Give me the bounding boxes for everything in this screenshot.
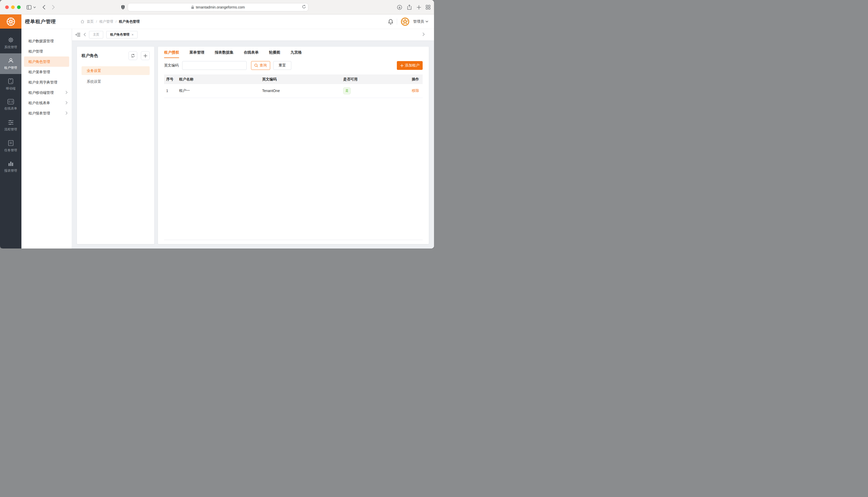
role-item-label: 系统设置 [87,80,101,84]
tab-chip-tenant-role[interactable]: 租户角色管理 × [106,31,138,39]
forward-icon[interactable] [50,4,57,11]
breadcrumb-tenant[interactable]: 租户管理 [99,19,113,24]
sidebar-item-label: 流程管理 [4,127,17,132]
cell-available: 是 [341,84,409,98]
sidebar-toggle-icon[interactable] [25,4,32,11]
menu-item-label: 租户移动端管理 [28,90,54,95]
mobile-icon [8,78,14,84]
breadcrumb-current: 租户角色管理 [119,19,140,24]
avatar[interactable] [401,17,410,26]
menu-item-tenant[interactable]: 租户管理 [22,46,72,56]
menu-item-label: 租户菜单管理 [28,70,50,74]
address-bar[interactable]: tenantadmin.orangeforms.com [128,3,308,11]
add-tenant-label: 添加租户 [405,63,419,68]
browser-window: tenantadmin.orangeforms.com [0,0,434,248]
new-tab-icon[interactable] [415,4,423,11]
sidebar-item-online-form[interactable]: 在线表单 [0,95,22,115]
reset-button-label: 重置 [279,63,286,68]
menu-item-global-dict[interactable]: 租户全局字典管理 [22,77,72,87]
tab-chip-home[interactable]: 主页 [89,31,103,39]
tenant-table: 序号 租户名称 英文编码 是否可用 操作 1 租户一 TenantOne 是 [164,74,423,98]
sidebar-item-label: 移动端 [6,86,16,91]
browser-toolbar: tenantadmin.orangeforms.com [0,0,434,14]
traffic-lights[interactable] [5,5,20,9]
panel-bottom-divider [164,240,423,240]
refresh-button[interactable] [128,51,137,60]
sliders-icon [8,119,14,125]
menu-item-datasource[interactable]: 租户数据源管理 [22,36,72,46]
tab-label: 轮播图 [269,50,280,54]
menu-item-tenant-role[interactable]: 租户角色管理 [24,56,69,67]
user-menu[interactable]: 管理员 [413,19,428,24]
user-icon [8,57,14,64]
menu-item-tenant-menu[interactable]: 租户菜单管理 [22,67,72,77]
chevron-down-icon[interactable] [32,4,37,11]
bell-icon[interactable] [388,19,393,25]
plus-icon [400,64,403,67]
sidebar-item-report[interactable]: 报表管理 [0,156,22,177]
tab-grid-nine[interactable]: 九宫格 [291,50,302,58]
primary-sidebar: 系统管理 租户管理 移动端 在线表单 流程管理 任务管理 报表管理 [0,29,22,248]
tabs-scroll-right-icon[interactable] [423,32,425,36]
menu-item-label: 租户管理 [28,49,43,53]
sidebar-item-label: 系统管理 [4,45,17,49]
tab-report-dataset[interactable]: 报表数据集 [215,50,234,58]
menu-item-tenant-online-form[interactable]: 租户在线表单 [22,98,72,108]
close-tab-icon[interactable]: × [132,33,134,37]
tab-carousel[interactable]: 轮播图 [269,50,280,58]
add-tenant-button[interactable]: 添加租户 [397,61,423,70]
gear-icon [8,37,14,43]
role-panel-title: 租户角色 [82,53,98,58]
english-code-input[interactable] [182,61,247,70]
close-window-button[interactable] [5,5,9,9]
menu-fold-icon[interactable] [75,32,81,37]
reset-button[interactable]: 重置 [273,61,291,70]
tab-overview-icon[interactable] [425,4,432,11]
table-row: 1 租户一 TenantOne 是 移除 [164,84,423,98]
sidebar-item-mobile[interactable]: 移动端 [0,74,22,95]
bar-chart-icon [8,161,14,167]
content-panel: 租户授权 菜单管理 报表数据集 在线表单 轮播图 九宫格 英文编码 查询 重置 [158,47,429,244]
query-button[interactable]: 查询 [251,61,270,70]
breadcrumb-home[interactable]: 首页 [87,19,94,24]
user-name: 管理员 [413,19,424,24]
tab-label: 报表数据集 [215,50,234,54]
zoom-window-button[interactable] [17,5,20,9]
cell-english-code: TenantOne [260,84,341,98]
role-item-system[interactable]: 系统设置 [82,77,150,86]
tab-online-form[interactable]: 在线表单 [244,50,259,58]
page-title: 橙单租户管理 [25,14,56,29]
search-bar: 英文编码 查询 重置 添加租户 [164,61,423,70]
share-icon[interactable] [405,4,413,11]
add-role-button[interactable] [141,51,150,60]
menu-item-tenant-mobile[interactable]: 租户移动端管理 [22,87,72,98]
status-badge: 是 [343,87,351,94]
minimize-window-button[interactable] [11,5,15,9]
main-area: 主页 租户角色管理 × 租户角色 [72,29,434,248]
tab-tenant-auth[interactable]: 租户授权 [164,50,179,58]
chevron-down-icon [426,20,428,23]
menu-item-tenant-report[interactable]: 租户报表管理 [22,108,72,118]
role-item-business[interactable]: 业务设置 [82,66,150,75]
downloads-icon[interactable] [396,4,403,11]
role-item-label: 业务设置 [87,69,101,73]
form-icon [8,99,14,104]
tab-menu-manage[interactable]: 菜单管理 [189,50,204,58]
sidebar-item-label: 在线表单 [4,106,17,111]
url-text: tenantadmin.orangeforms.com [196,5,245,9]
tab-label: 租户授权 [164,50,179,54]
tabs-scroll-left-icon[interactable] [84,33,86,36]
remove-link[interactable]: 移除 [412,88,419,93]
reload-icon[interactable] [302,5,306,9]
lock-icon [191,5,194,9]
privacy-shield-icon[interactable] [119,4,126,11]
sidebar-item-tenant[interactable]: 租户管理 [0,53,22,74]
sidebar-item-task[interactable]: 任务管理 [0,136,22,156]
sidebar-item-system[interactable]: 系统管理 [0,33,22,53]
menu-item-label: 租户在线表单 [28,101,50,105]
sidebar-item-workflow[interactable]: 流程管理 [0,115,22,136]
refresh-icon [131,54,135,58]
app-header: 橙单租户管理 首页 / 租户管理 / 租户角色管理 [0,14,434,29]
app-logo[interactable] [0,14,22,29]
back-icon[interactable] [40,4,47,11]
